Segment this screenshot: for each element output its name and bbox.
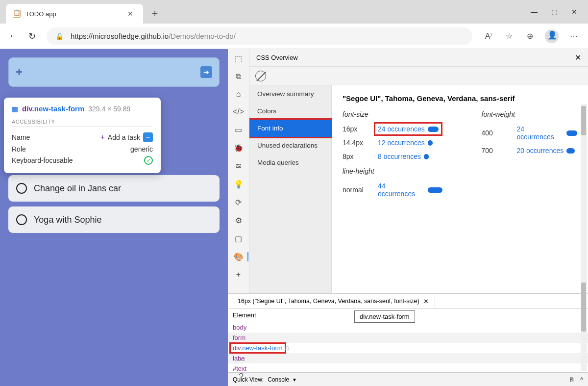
home-icon[interactable]: ⌂ — [236, 90, 241, 99]
plus-icon: + — [100, 133, 105, 142]
occurrence-link[interactable]: 20 occurrences — [517, 147, 575, 154]
scrollbar[interactable] — [581, 104, 587, 371]
collections-icon[interactable]: ⊕ — [524, 31, 535, 42]
font-size-heading: font-size — [343, 110, 442, 118]
radio-icon[interactable] — [16, 183, 27, 194]
check-icon: ✓ — [144, 156, 153, 165]
url-host: https://microsoftedge.github.io — [71, 32, 169, 40]
occurrence-link[interactable]: 24 occurrences — [516, 125, 577, 141]
elements-drawer: 16px ("Segoe UI", Tahoma, Geneva, Verdan… — [228, 293, 588, 372]
font-family: "Segoe UI", Tahoma, Geneva, Verdana, san… — [343, 94, 577, 103]
task-item[interactable]: Change oil in Jans car — [8, 175, 220, 202]
clear-icon[interactable] — [255, 71, 266, 81]
occurrence-link[interactable]: 12 occurrences — [378, 139, 433, 147]
browser-title-bar: TODO app ✕ ＋ — ▢ ✕ — [0, 0, 588, 24]
close-icon[interactable]: ✕ — [423, 298, 429, 305]
plus-icon: + — [16, 65, 23, 79]
tooltip-kf-label: Keyboard-focusable — [12, 156, 73, 164]
tab-title: TODO app — [25, 10, 124, 18]
chip-icon — [566, 148, 575, 154]
inspect-icon[interactable]: ⬚ — [235, 54, 242, 63]
tooltip-role-value: generic — [130, 145, 153, 153]
sidebar-item-colors[interactable]: Colors — [249, 103, 331, 120]
help-icon[interactable]: ? — [239, 372, 244, 382]
close-icon[interactable]: ✕ — [575, 53, 581, 62]
chip-icon — [424, 154, 429, 159]
wifi-icon[interactable]: ≋ — [235, 161, 242, 171]
devtools-panel: ⬚ ⧉ ⌂ </> ▭ 🐞 ≋ 💡 ⟳ ⚙ ▢ 🎨 + CSS Overview… — [228, 49, 588, 386]
more-icon[interactable]: ⋯ — [568, 31, 579, 42]
panel-title: CSS Overview — [256, 54, 298, 61]
chip-icon — [428, 127, 439, 132]
more-icon[interactable]: ⋯ — [237, 354, 245, 365]
app-icon[interactable]: ▭ — [235, 125, 242, 134]
sidebar-item-unused[interactable]: Unused declarations — [249, 137, 331, 154]
devtools-toolbar — [249, 67, 588, 85]
refresh-button[interactable]: ↻ — [28, 31, 36, 42]
element-row[interactable]: labe — [228, 353, 588, 363]
element-row[interactable]: div.new-task-form ⊙ — [228, 343, 588, 353]
new-tab-button[interactable]: ＋ — [143, 2, 167, 24]
quick-view-value[interactable]: Console — [268, 376, 289, 383]
occurrence-link[interactable]: 44 occurrences — [378, 182, 442, 198]
tooltip-selector: div.new-task-form — [22, 104, 84, 113]
back-button[interactable]: ← — [9, 31, 18, 41]
drawer-tab-title: 16px ("Segoe UI", Tahoma, Geneva, Verdan… — [238, 298, 419, 305]
tooltip-name-value: Add a task — [108, 133, 140, 141]
task-label: Change oil in Jans car — [34, 183, 121, 194]
minimize-button[interactable]: — — [531, 8, 538, 16]
chip-icon — [428, 187, 442, 193]
close-window-button[interactable]: ✕ — [571, 8, 577, 16]
bug-icon[interactable]: 🐞 — [234, 143, 244, 153]
occurrence-link[interactable]: 24 occurrences — [374, 122, 442, 136]
browser-tab[interactable]: TODO app ✕ — [6, 4, 143, 24]
chevron-down-icon[interactable]: ▾ — [293, 376, 296, 383]
add-panel-icon[interactable]: + — [236, 270, 241, 279]
tooltip-name-label: Name — [12, 133, 30, 141]
element-row[interactable]: form — [228, 333, 588, 343]
task-item[interactable]: Yoga with Sophie — [8, 206, 220, 233]
lock-icon: 🔒 — [55, 32, 64, 40]
font-weight-value: 700 — [482, 147, 504, 154]
element-row[interactable]: body — [228, 322, 588, 333]
tooltip-role-label: Role — [12, 145, 26, 153]
gear-icon[interactable]: ⚙ — [235, 216, 242, 225]
drawer-tab[interactable]: 16px ("Segoe UI", Tahoma, Geneva, Verdan… — [232, 295, 435, 308]
submit-icon[interactable]: ➔ — [200, 66, 212, 78]
tooltip-section-header: ACCESSIBILITY — [12, 119, 153, 127]
arrow-icon: → — [143, 132, 153, 142]
device-icon[interactable]: ⧉ — [236, 72, 241, 81]
issues-icon[interactable]: ⎘ — [570, 376, 573, 383]
address-bar[interactable]: 🔒 https://microsoftedge.github.io/Demos/… — [47, 27, 472, 45]
elements-icon[interactable]: </> — [233, 107, 244, 116]
occurrence-link[interactable]: 8 occurrences — [378, 153, 429, 160]
font-weight-value: 400 — [482, 129, 504, 137]
close-icon[interactable]: ✕ — [124, 9, 136, 19]
radio-icon[interactable] — [16, 214, 27, 225]
clipboard-icon — [13, 10, 21, 18]
task-label: Yoga with Sophie — [34, 215, 101, 225]
element-row[interactable]: #text — [228, 363, 588, 372]
page-viewport: + ➔ ▦ div.new-task-form 329.4 × 59.89 AC… — [0, 49, 228, 386]
line-height-value: normal — [343, 186, 365, 194]
read-aloud-icon[interactable]: A⁾ — [483, 31, 494, 42]
new-task-form[interactable]: + ➔ — [8, 57, 220, 87]
devtools-header: CSS Overview ✕ — [249, 49, 588, 67]
calendar-icon[interactable]: ▢ — [235, 234, 242, 243]
chevron-up-icon[interactable]: ^ — [580, 376, 583, 383]
maximize-button[interactable]: ▢ — [551, 8, 558, 16]
sidebar-item-overview[interactable]: Overview summary — [249, 85, 331, 103]
chip-icon — [566, 130, 577, 136]
font-size-value: 16px — [343, 125, 365, 133]
perf-icon[interactable]: ⟳ — [235, 198, 242, 207]
css-overview-icon[interactable]: 🎨 — [234, 252, 248, 261]
sidebar-item-fontinfo[interactable]: Font info — [249, 120, 331, 137]
browser-toolbar: ← ↻ 🔒 https://microsoftedge.github.io/De… — [0, 24, 588, 49]
sidebar-item-media[interactable]: Media queries — [249, 154, 331, 171]
line-height-heading: line-height — [343, 167, 442, 175]
tooltip-dimensions: 329.4 × 59.89 — [88, 105, 130, 113]
bulb-icon[interactable]: 💡 — [234, 180, 244, 189]
favorite-icon[interactable]: ☆ — [504, 31, 514, 42]
profile-avatar[interactable] — [545, 29, 559, 43]
element-list: bodyformdiv.new-task-form ⊙labe#textinpu… — [228, 322, 588, 372]
